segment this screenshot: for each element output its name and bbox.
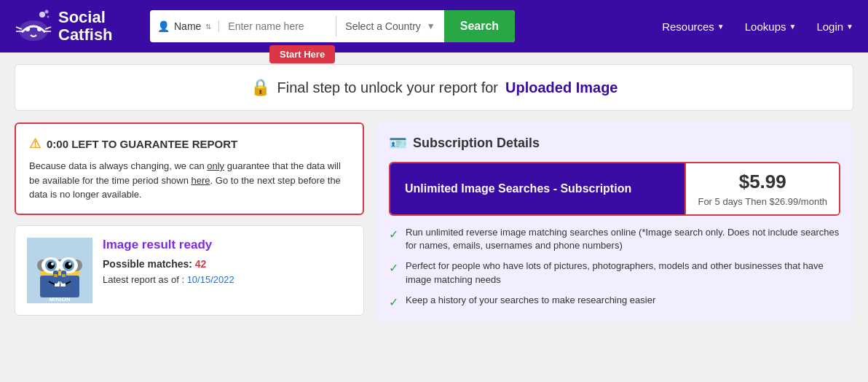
subscription-header: 🪪 Subscription Details xyxy=(389,134,840,152)
image-result-box: MINION Image result ready Possible match… xyxy=(15,225,364,316)
two-column-layout: ⚠ 0:00 LEFT TO GUARANTEE REPORT Because … xyxy=(15,122,853,322)
nav-links: Resources ▼ Lookups ▼ Login ▼ xyxy=(662,20,853,33)
name-input[interactable] xyxy=(219,10,336,42)
unlock-banner: 🔒 Final step to unlock your report for U… xyxy=(15,64,853,111)
person-icon: 👤 xyxy=(157,20,170,32)
search-button[interactable]: Search xyxy=(444,10,515,42)
start-here-button[interactable]: Start Here xyxy=(269,45,335,63)
check-icon-1: ✓ xyxy=(389,227,398,243)
svg-rect-26 xyxy=(54,274,58,277)
timer-header: ⚠ 0:00 LEFT TO GUARANTEE REPORT xyxy=(29,136,350,152)
timer-title: 0:00 LEFT TO GUARANTEE REPORT xyxy=(47,138,237,150)
matches-label: Possible matches: xyxy=(103,258,192,270)
svg-point-9 xyxy=(47,16,50,18)
logo-icon xyxy=(15,7,52,45)
plan-period: For 5 days Then $26.99/month xyxy=(698,196,827,207)
nav-resources[interactable]: Resources ▼ xyxy=(662,20,725,33)
check-icon-2: ✓ xyxy=(389,260,398,276)
nav-resources-label: Resources xyxy=(662,20,714,33)
search-type-label: Name xyxy=(174,20,201,32)
login-arrow-icon: ▼ xyxy=(846,23,853,31)
warning-icon: ⚠ xyxy=(29,136,41,152)
svg-point-21 xyxy=(68,262,71,265)
report-label: Latest report as of : xyxy=(103,274,184,285)
nav-lookups[interactable]: Lookups ▼ xyxy=(745,20,797,33)
feature-item-2: ✓ Perfect for people who have lots of pi… xyxy=(389,260,840,286)
image-result-info: Image result ready Possible matches: 42 … xyxy=(103,238,352,285)
search-type-dropdown[interactable]: 👤 Name ⇅ xyxy=(150,20,219,32)
svg-rect-12 xyxy=(40,276,79,297)
svg-point-18 xyxy=(47,262,55,269)
latest-report: Latest report as of : 10/15/2022 xyxy=(103,274,352,285)
timer-body: Because data is always changing, we can … xyxy=(29,159,350,202)
feature-text-1: Run unlimited reverse image matching sea… xyxy=(406,226,840,252)
country-dropdown[interactable]: Select a Country ▼ xyxy=(336,20,443,32)
country-label: Select a Country xyxy=(345,20,421,32)
subscription-icon: 🪪 xyxy=(389,134,407,152)
svg-rect-27 xyxy=(62,274,66,277)
svg-point-19 xyxy=(65,262,72,269)
plan-price: $5.99 xyxy=(739,171,786,193)
logo: Social Catfish xyxy=(15,7,138,45)
feature-text-2: Perfect for people who have lots of pict… xyxy=(406,260,840,286)
image-ready-title: Image result ready xyxy=(103,238,352,252)
svg-point-8 xyxy=(45,10,49,14)
nav-login-label: Login xyxy=(816,20,843,33)
svg-text:MINION: MINION xyxy=(50,296,71,303)
lock-icon: 🔒 xyxy=(250,78,270,97)
subscription-panel: 🪪 Subscription Details Unlimited Image S… xyxy=(376,122,853,322)
svg-point-7 xyxy=(39,12,45,17)
uploaded-image-label: Uploaded Image xyxy=(505,79,618,96)
updown-arrows-icon: ⇅ xyxy=(205,23,211,31)
svg-point-2 xyxy=(37,27,42,31)
plan-name: Unlimited Image Searches - Subscription xyxy=(390,163,684,214)
lookups-arrow-icon: ▼ xyxy=(789,23,796,31)
svg-point-1 xyxy=(25,27,30,31)
matches-count: 42 xyxy=(195,258,207,270)
check-icon-3: ✓ xyxy=(389,295,398,311)
main-content: 🔒 Final step to unlock your report for U… xyxy=(0,52,868,334)
subscription-title: Subscription Details xyxy=(413,136,540,151)
feature-item-3: ✓ Keep a history of your searches to mak… xyxy=(389,294,840,311)
logo-text: Social Catfish xyxy=(58,9,113,44)
minion-image: MINION xyxy=(27,238,92,303)
features-list: ✓ Run unlimited reverse image matching s… xyxy=(389,226,840,311)
svg-point-20 xyxy=(51,262,54,265)
report-date: 10/15/2022 xyxy=(187,274,234,285)
feature-item-1: ✓ Run unlimited reverse image matching s… xyxy=(389,226,840,252)
left-column: ⚠ 0:00 LEFT TO GUARANTEE REPORT Because … xyxy=(15,122,364,316)
header: Social Catfish 👤 Name ⇅ Select a Country… xyxy=(0,0,868,52)
chevron-down-icon: ▼ xyxy=(427,21,435,31)
plan-price-column: $5.99 For 5 days Then $26.99/month xyxy=(684,163,839,214)
unlock-text: Final step to unlock your report for xyxy=(277,79,498,96)
resources-arrow-icon: ▼ xyxy=(717,23,725,31)
possible-matches: Possible matches: 42 xyxy=(103,258,352,270)
plan-row[interactable]: Unlimited Image Searches - Subscription … xyxy=(389,162,840,216)
search-bar: 👤 Name ⇅ Select a Country ▼ Search xyxy=(150,10,515,42)
nav-lookups-label: Lookups xyxy=(745,20,786,33)
timer-box: ⚠ 0:00 LEFT TO GUARANTEE REPORT Because … xyxy=(15,122,364,215)
nav-login[interactable]: Login ▼ xyxy=(816,20,853,33)
feature-text-3: Keep a history of your searches to make … xyxy=(406,294,655,307)
